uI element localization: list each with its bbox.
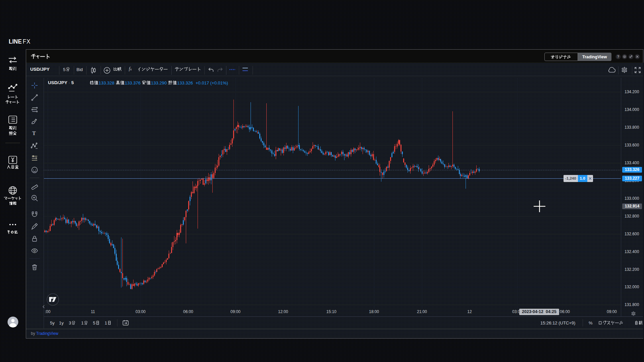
svg-text:?: ? (617, 55, 619, 59)
